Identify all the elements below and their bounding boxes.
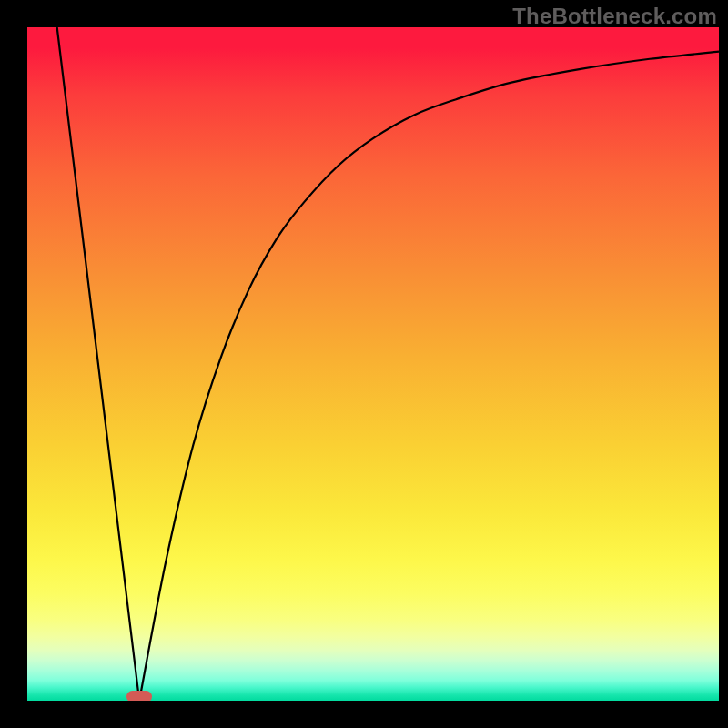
curve-svg xyxy=(27,27,719,701)
watermark-text: TheBottleneck.com xyxy=(512,4,717,29)
chart-frame: TheBottleneck.com xyxy=(0,0,728,728)
plot-area xyxy=(27,27,719,701)
optimum-marker xyxy=(126,691,152,701)
curve-path xyxy=(57,27,719,701)
